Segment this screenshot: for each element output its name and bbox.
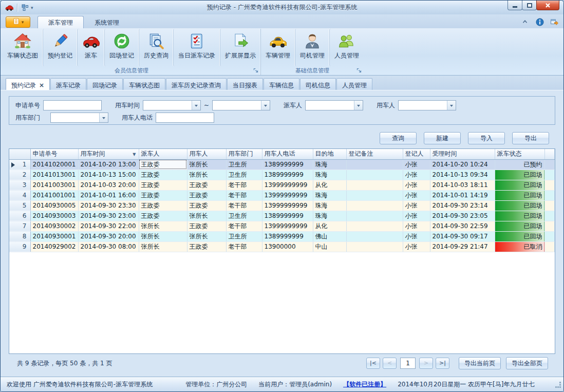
table-cell-remark[interactable] xyxy=(346,241,403,252)
maximize-button[interactable] xyxy=(522,1,537,10)
table-cell-status[interactable]: 已回场 xyxy=(495,211,544,221)
document-tab[interactable]: 派车历史记录查询 xyxy=(166,78,227,90)
row-header[interactable]: 7 xyxy=(9,221,30,231)
table-cell-phone[interactable]: 13999999999 xyxy=(262,221,313,231)
table-cell-dispatcher[interactable]: 王政委 xyxy=(139,211,187,221)
table-cell-order_no[interactable]: 20141013001 xyxy=(30,170,78,180)
table-cell-status[interactable]: 已预约 xyxy=(495,159,544,170)
quick-access-toolbar-icon[interactable] xyxy=(21,4,30,12)
registration-link[interactable]: 【软件已注册】 xyxy=(343,380,386,389)
table-cell-dept[interactable]: 老干部 xyxy=(226,221,262,231)
table-cell-user[interactable]: 王政委 xyxy=(187,180,226,190)
ribbon-tab[interactable]: 系统管理 xyxy=(84,16,130,28)
table-cell-accepted[interactable]: 2014-10-01 14:19 xyxy=(430,190,495,200)
table-cell-destination[interactable]: 珠海 xyxy=(313,170,346,180)
table-cell-destination[interactable]: 珠海 xyxy=(313,190,346,200)
table-cell-use_time[interactable]: 2014-10-20 13:00 xyxy=(78,159,139,170)
table-cell-use_time[interactable]: 2014-09-30 08:00 xyxy=(78,241,139,252)
table-cell-accepted[interactable]: 2014-09-29 21:47 xyxy=(430,241,495,252)
table-cell-destination[interactable]: 中山 xyxy=(313,241,346,252)
table-cell-remark[interactable] xyxy=(346,231,403,241)
table-cell-phone[interactable]: 1389999999 xyxy=(262,170,313,180)
table-cell-dept[interactable]: 卫生所 xyxy=(226,211,262,221)
combo-dropdown-icon[interactable] xyxy=(354,101,363,110)
column-header[interactable]: 用车部门 xyxy=(226,149,262,159)
table-cell-destination[interactable]: 珠海 xyxy=(313,159,346,170)
row-header[interactable]: 4 xyxy=(9,190,30,200)
quick-access-dropdown-icon[interactable]: ▾ xyxy=(31,5,33,10)
table-cell-registrar[interactable]: 小张 xyxy=(403,200,430,211)
table-cell-phone[interactable]: 1389999999 xyxy=(262,159,313,170)
table-cell-use_time[interactable]: 2014-09-30 23:30 xyxy=(78,200,139,211)
close-button[interactable] xyxy=(536,1,559,10)
use-time-from-combo[interactable] xyxy=(143,100,201,110)
table-cell-accepted[interactable]: 2014-09-30 22:59 xyxy=(430,221,495,231)
row-header[interactable]: 1 xyxy=(9,159,30,170)
resize-grip-icon[interactable] xyxy=(555,382,561,389)
document-tab[interactable]: 回场记录 xyxy=(87,78,123,90)
table-cell-dept[interactable]: 老干部 xyxy=(226,241,262,252)
table-cell-status[interactable]: 已回场 xyxy=(495,221,544,231)
table-cell-user[interactable]: 王政委 xyxy=(187,221,226,231)
table-cell-remark[interactable] xyxy=(346,200,403,211)
table-cell-dept[interactable]: 卫生所 xyxy=(226,170,262,180)
column-header[interactable]: 目的地 xyxy=(313,149,346,159)
action-button[interactable]: 新建 xyxy=(424,132,461,144)
table-cell-status[interactable]: 已回场 xyxy=(495,200,544,211)
document-tab[interactable]: 预约记录× xyxy=(6,78,50,90)
next-page-button[interactable]: > xyxy=(419,358,433,369)
table-row[interactable]: 8201409300012014-09-30 20:00张所长张所长卫生所138… xyxy=(9,231,555,241)
table-cell-user[interactable]: 王政委 xyxy=(187,190,226,200)
prev-page-button[interactable]: < xyxy=(383,358,397,369)
table-cell-registrar[interactable]: 小张 xyxy=(403,211,430,221)
table-cell-phone[interactable]: 1389999999 xyxy=(262,231,313,241)
document-tab[interactable]: 派车记录 xyxy=(50,78,86,90)
table-cell-order_no[interactable]: 20140930003 xyxy=(30,211,78,221)
table-cell-user[interactable]: 张所长 xyxy=(187,159,226,170)
row-header[interactable]: 8 xyxy=(9,231,30,241)
table-cell-destination[interactable]: 珠海 xyxy=(313,200,346,211)
table-cell-user[interactable]: 王政委 xyxy=(187,200,226,211)
table-cell-remark[interactable] xyxy=(346,159,403,170)
table-cell-dept[interactable]: 老干部 xyxy=(226,190,262,200)
table-row[interactable]: 5201409300052014-09-30 23:30王政委王政委老干部139… xyxy=(9,200,555,211)
column-header[interactable]: 用车人电话 xyxy=(262,149,313,159)
document-tab[interactable]: 司机信息 xyxy=(300,78,336,90)
table-cell-dept[interactable]: 卫生所 xyxy=(226,159,262,170)
table-row[interactable]: 4201410010012014-10-01 16:00王政委王政委老干部139… xyxy=(9,190,555,200)
table-cell-accepted[interactable]: 2014-10-03 18:11 xyxy=(430,180,495,190)
table-cell-registrar[interactable]: 小张 xyxy=(403,241,430,252)
table-cell-status[interactable]: 已回场 xyxy=(495,231,544,241)
table-cell-dispatcher[interactable]: 张所长 xyxy=(139,231,187,241)
table-cell-dispatcher[interactable]: 王政委 xyxy=(139,159,187,170)
use-time-to-combo[interactable] xyxy=(212,100,270,110)
dept-combo[interactable] xyxy=(50,113,108,123)
combo-dropdown-icon[interactable] xyxy=(192,101,200,110)
document-tab[interactable]: 车辆信息 xyxy=(264,78,299,90)
table-cell-use_time[interactable]: 2014-10-13 15:00 xyxy=(78,170,139,180)
user-combo[interactable] xyxy=(398,100,456,110)
column-header[interactable]: 用车人 xyxy=(187,149,226,159)
app-menu-button[interactable]: ▾ xyxy=(6,16,30,28)
row-header[interactable]: 9 xyxy=(9,241,30,252)
table-cell-order_no[interactable]: 20140930001 xyxy=(30,231,78,241)
ribbon-button[interactable]: 当日派车记录 xyxy=(173,29,220,66)
table-cell-accepted[interactable]: 2014-10-20 10:24 xyxy=(430,159,495,170)
document-tab[interactable]: 当日报表 xyxy=(227,78,263,90)
table-cell-order_no[interactable]: 20141001001 xyxy=(30,190,78,200)
close-icon[interactable]: × xyxy=(39,83,44,88)
table-row[interactable]: 2201410130012014-10-13 15:00王政委张所长卫生所138… xyxy=(9,170,555,180)
action-button[interactable]: 导出 xyxy=(512,132,549,144)
table-cell-phone[interactable]: 1389999999 xyxy=(262,211,313,221)
first-page-button[interactable]: |< xyxy=(366,358,380,369)
table-cell-phone[interactable]: 13900000 xyxy=(262,241,313,252)
table-cell-phone[interactable]: 13999999999 xyxy=(262,200,313,211)
table-cell-remark[interactable] xyxy=(346,211,403,221)
table-cell-use_time[interactable]: 2014-10-03 20:00 xyxy=(78,180,139,190)
ribbon-button[interactable]: 车辆管理 xyxy=(261,29,295,66)
combo-dropdown-icon[interactable] xyxy=(99,113,108,122)
row-header[interactable]: 5 xyxy=(9,200,30,211)
table-cell-registrar[interactable]: 小张 xyxy=(403,221,430,231)
table-cell-use_time[interactable]: 2014-10-01 16:00 xyxy=(78,190,139,200)
table-cell-destination[interactable]: 珠海 xyxy=(313,211,346,221)
